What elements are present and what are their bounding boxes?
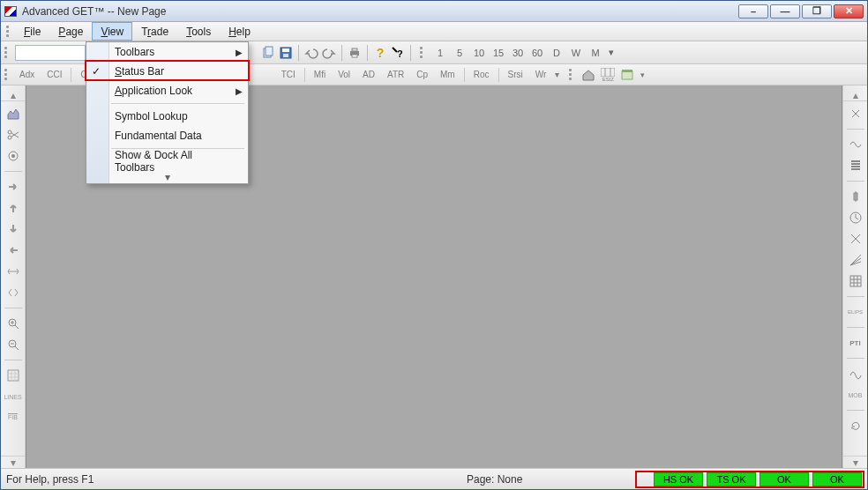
timebar-grip[interactable] <box>420 47 425 58</box>
time-30[interactable]: 30 <box>508 44 528 62</box>
fan-icon[interactable] <box>847 251 864 269</box>
wave-icon[interactable] <box>847 136 864 153</box>
view-menu-symbol-lookup[interactable]: Symbol Lookup <box>86 107 248 126</box>
svg-rect-1 <box>266 47 273 56</box>
menu-page[interactable]: Page <box>49 22 92 41</box>
title-bar: Advanced GET™ -- New Page – — ❐ ✕ <box>1 1 867 22</box>
study-mm[interactable]: Mm <box>434 67 461 83</box>
window-controls: – — ❐ ✕ <box>738 4 864 19</box>
close-button[interactable]: ✕ <box>834 4 864 19</box>
save-icon[interactable] <box>277 44 295 62</box>
dash-grip[interactable] <box>569 69 574 80</box>
arrow-left-icon[interactable] <box>4 241 22 259</box>
view-menu-toolbars[interactable]: Toolbars▶ <box>86 42 248 62</box>
dashboard-icon[interactable]: ESIZ <box>599 66 617 84</box>
undo-icon[interactable] <box>303 44 320 62</box>
menu-help[interactable]: Help <box>220 22 259 41</box>
clock-icon[interactable] <box>847 209 864 226</box>
menubar-grip[interactable] <box>6 22 11 41</box>
zoom-in-icon[interactable] <box>4 315 22 332</box>
study-mfi[interactable]: Mfi <box>308 67 332 83</box>
status-bar: For Help, press F1 Page: None HS OK TS O… <box>1 468 867 489</box>
zoom-out-icon[interactable] <box>4 336 22 353</box>
study-cp[interactable]: Cp <box>410 67 434 83</box>
study-more-icon[interactable]: ▾ <box>552 67 562 83</box>
check-icon: ✓ <box>92 65 101 78</box>
elips-icon[interactable]: ELIPS <box>847 303 864 321</box>
bars-icon[interactable] <box>847 157 864 174</box>
grid-icon[interactable] <box>4 367 22 384</box>
expand-h-icon[interactable] <box>4 263 22 280</box>
time-60[interactable]: 60 <box>528 44 547 62</box>
right-scroll-up-icon[interactable]: ▴ <box>843 89 867 101</box>
time-dropdown-icon[interactable]: ▾ <box>605 44 617 62</box>
svg-rect-20 <box>8 370 19 381</box>
mob-icon[interactable]: MOB <box>847 386 864 404</box>
lines-icon[interactable]: LINES <box>4 388 22 405</box>
study-adx[interactable]: Adx <box>13 67 41 83</box>
study-atr[interactable]: ATR <box>381 67 410 83</box>
scissors-icon[interactable] <box>4 126 22 144</box>
left-scroll-down-icon[interactable]: ▾ <box>1 456 25 468</box>
toolbar-grip-1[interactable] <box>4 47 10 58</box>
chart-type-icon[interactable] <box>4 105 22 122</box>
refresh-icon[interactable] <box>847 417 864 434</box>
study-srsi[interactable]: Srsi <box>502 67 529 83</box>
svg-rect-6 <box>352 48 357 51</box>
view-menu-status-bar[interactable]: ✓ Status Bar <box>86 62 248 81</box>
time-d[interactable]: D <box>547 44 566 62</box>
menu-file[interactable]: File <box>15 22 49 41</box>
app-window: Advanced GET™ -- New Page – — ❐ ✕ File P… <box>0 0 868 490</box>
maximize-button[interactable]: ❐ <box>802 4 832 19</box>
time-1[interactable]: 1 <box>430 44 450 62</box>
template-icon[interactable] <box>618 66 636 84</box>
print-icon[interactable] <box>346 44 363 62</box>
svg-rect-13 <box>622 70 632 72</box>
study-ad[interactable]: AD <box>356 67 381 83</box>
svg-rect-9 <box>601 68 615 77</box>
copy-icon[interactable] <box>259 44 277 62</box>
study-tci[interactable]: TCI <box>275 67 302 83</box>
menu-trade[interactable]: Trade <box>132 22 177 41</box>
home-icon[interactable] <box>580 66 597 84</box>
view-menu-fundamental-data[interactable]: Fundamental Data <box>86 126 248 145</box>
symbol-input[interactable] <box>15 45 86 61</box>
view-menu-application-look[interactable]: Application Look▶ <box>86 81 248 100</box>
pti-icon[interactable]: PTI <box>847 334 864 352</box>
menu-view[interactable]: View <box>92 22 132 41</box>
arrow-right-icon[interactable] <box>4 178 22 196</box>
template-dropdown-icon[interactable]: ▾ <box>638 66 647 84</box>
time-w[interactable]: W <box>566 44 586 62</box>
left-scroll-up-icon[interactable]: ▴ <box>1 89 25 101</box>
candle-icon[interactable] <box>847 188 864 205</box>
time-10[interactable]: 10 <box>469 44 489 62</box>
table-icon[interactable] <box>847 272 864 290</box>
window-title: Advanced GET™ -- New Page <box>22 5 738 18</box>
arrow-down-icon[interactable] <box>4 220 22 238</box>
redo-icon[interactable] <box>320 44 338 62</box>
crosshair-icon[interactable] <box>847 105 864 122</box>
right-scroll-down-icon[interactable]: ▾ <box>843 456 867 468</box>
minimize-button[interactable]: — <box>770 4 800 19</box>
gann-icon[interactable] <box>847 230 864 248</box>
study-cci[interactable]: CCI <box>41 67 68 83</box>
study-wr[interactable]: Wr <box>529 67 553 83</box>
study-grip[interactable] <box>4 69 10 80</box>
time-5[interactable]: 5 <box>450 44 469 62</box>
arrow-up-icon[interactable] <box>4 199 22 217</box>
fib-icon[interactable]: FIB <box>4 409 22 427</box>
minimize-secondary-button[interactable]: – <box>738 4 768 19</box>
cycle-icon[interactable] <box>847 365 864 382</box>
help-icon[interactable]: ? <box>371 44 389 62</box>
view-menu-show-dock[interactable]: Show & Dock All Toolbars <box>86 152 248 171</box>
target-icon[interactable] <box>4 147 22 165</box>
context-help-icon[interactable]: ? <box>389 44 407 62</box>
svg-point-15 <box>8 136 11 139</box>
time-15[interactable]: 15 <box>489 44 508 62</box>
study-vol[interactable]: Vol <box>332 67 356 83</box>
study-roc[interactable]: Roc <box>468 67 496 83</box>
collapse-h-icon[interactable] <box>4 284 22 301</box>
time-m[interactable]: M <box>586 44 605 62</box>
menu-tools[interactable]: Tools <box>177 22 220 41</box>
svg-point-14 <box>8 130 11 134</box>
